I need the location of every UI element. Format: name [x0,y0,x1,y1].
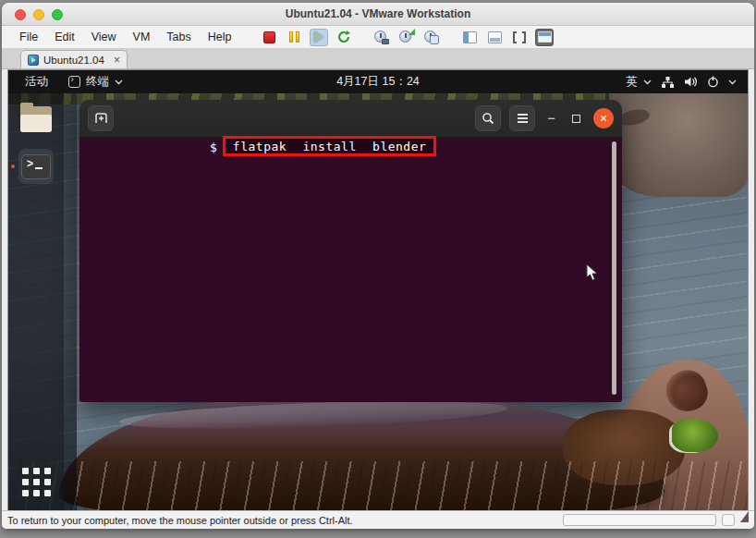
network-icon[interactable] [661,76,675,89]
menubar: File Edit View VM Tabs Help [2,26,754,49]
take-snapshot-icon[interactable] [372,29,391,46]
app-menu-terminal[interactable]: 终端 [68,74,123,90]
activities-button[interactable]: 活动 [21,72,52,92]
search-button[interactable] [475,105,501,131]
terminal-content[interactable]: $ flatpak install blender [79,138,622,402]
reset-icon[interactable] [335,29,353,46]
power-icon[interactable] [707,76,719,88]
status-segment-small [722,514,735,526]
volume-icon[interactable] [684,76,698,88]
resume-play-icon[interactable] [310,29,328,46]
gnome-topbar: 活动 终端 4月17日 15：24 英 [8,70,748,93]
titlebar: Ubuntu21.04 - VMware Workstation [2,3,754,26]
mouse-cursor [586,263,599,282]
fullscreen-icon[interactable] [510,29,529,46]
suspend-icon[interactable] [285,29,303,46]
annotation-red-box: flatpak install blender [223,136,437,156]
menu-tabs[interactable]: Tabs [158,28,199,46]
new-tab-icon [94,112,108,125]
chevron-down-icon [643,79,652,85]
tab-bar: Ubuntu21.04 × [2,49,754,69]
window-title: Ubuntu21.04 - VMware Workstation [286,7,470,20]
menu-view[interactable]: View [83,28,125,46]
show-library-icon[interactable] [460,29,479,46]
terminal-minimize-button[interactable]: − [543,114,559,123]
terminal-icon [21,154,51,179]
terminal-scrollbar[interactable] [612,141,616,395]
resize-grip[interactable] [740,511,749,522]
revert-snapshot-icon[interactable] [397,29,416,46]
dock [8,93,64,510]
tab-label: Ubuntu21.04 [43,55,104,66]
vmware-window: Ubuntu21.04 - VMware Workstation File Ed… [2,3,754,529]
wallpaper-hippo-head [609,93,748,197]
command-text: flatpak install blender [233,140,427,153]
close-window-button[interactable] [15,9,26,20]
traffic-lights [15,9,63,20]
console-view-icon[interactable] [535,29,554,46]
app-grid-icon [22,468,51,496]
wallpaper-vegetation [672,419,718,452]
vm-tab-icon [28,55,39,66]
show-applications-button[interactable] [18,464,54,499]
tab-ubuntu[interactable]: Ubuntu21.04 × [20,50,128,68]
shell-prompt: $ [210,139,217,154]
desktop-wallpaper: − × $ flatpak install blender [8,93,748,510]
ime-indicator[interactable]: 英 [627,74,652,90]
reset-arrows-icon [336,30,351,44]
menu-button[interactable] [509,105,535,131]
dock-item-files[interactable] [18,102,54,137]
vm-toolbar [260,29,554,46]
app-menu-label: 终端 [86,74,109,90]
terminal-app-icon [68,76,80,88]
statusbar: To return to your computer, move the mou… [2,510,754,529]
search-icon [482,112,494,125]
terminal-window: − × $ flatpak install blender [79,100,622,402]
zoom-window-button[interactable] [52,9,63,20]
running-indicator-dot [11,165,15,168]
folder-icon [20,106,52,132]
chevron-down-icon[interactable] [728,79,737,85]
chevron-down-icon [115,79,123,85]
power-off-icon[interactable] [260,29,278,46]
terminal-headerbar[interactable]: − × [79,100,622,138]
menu-vm[interactable]: VM [125,28,159,46]
new-tab-button[interactable] [88,105,114,131]
status-segment [563,514,716,526]
terminal-close-button[interactable]: × [593,108,614,128]
ime-label: 英 [627,74,639,90]
menu-help[interactable]: Help [200,28,240,46]
tab-close-icon[interactable]: × [114,55,120,65]
minimize-window-button[interactable] [33,9,44,20]
show-thumbnail-bar-icon[interactable] [485,29,504,46]
menu-edit[interactable]: Edit [46,28,83,46]
status-message: To return to your computer, move the mou… [7,515,557,526]
menu-file[interactable]: File [11,28,46,46]
manage-snapshots-icon[interactable] [422,29,441,46]
wallpaper-water-sparkle [8,461,748,510]
dock-item-terminal[interactable] [18,149,54,184]
guest-display: 活动 终端 4月17日 15：24 英 [7,69,749,510]
terminal-maximize-button[interactable] [572,115,580,123]
hamburger-icon [518,114,528,123]
